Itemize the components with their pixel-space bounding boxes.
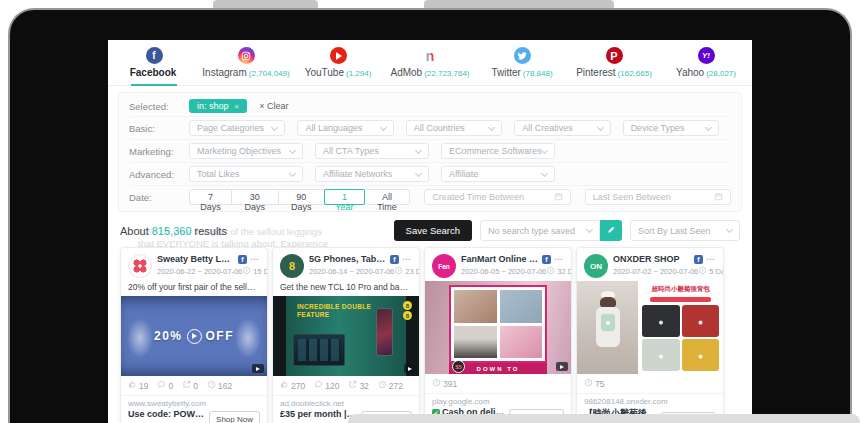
laptop-base [348, 414, 860, 423]
tab-yahoo[interactable]: Y! Yahoo(28,027) [660, 40, 752, 85]
date-range-90-days[interactable]: 90 Days [278, 189, 326, 205]
affiliate-select[interactable]: Affiliate [441, 166, 555, 182]
filter-row-basic: Basic: Page Categories All Languages All… [129, 117, 731, 140]
tab-count: (28,027) [706, 69, 736, 78]
brand-badge: 88 [403, 301, 412, 320]
countries-select[interactable]: All Countries [406, 120, 502, 136]
chevron-down-icon [380, 123, 387, 130]
facebook-icon: f [146, 47, 163, 64]
calendar-icon [554, 192, 563, 203]
ad-domain: play.google.com [425, 394, 571, 406]
video-corner-icon [556, 362, 568, 371]
date-range-1-year[interactable]: 1 Year [324, 189, 364, 205]
video-corner-icon [252, 364, 264, 373]
ecommerce-softwares-select[interactable]: ECommerce Softwares [441, 143, 555, 159]
basic-label: Basic: [129, 123, 189, 134]
page-name[interactable]: FanMart Online Shopping - F... [461, 254, 539, 264]
advanced-label: Advanced: [129, 169, 189, 180]
product-collage [642, 305, 719, 371]
tab-count: (22,723,764) [424, 69, 469, 78]
filter-row-selected: Selected: in: shop× × Clear [129, 96, 731, 117]
ad-creative[interactable]: 20%OFF [121, 296, 267, 376]
results-suffix: results [195, 225, 227, 237]
clock-icon [242, 266, 251, 277]
selected-filter-chip[interactable]: in: shop× [189, 99, 247, 113]
creative-title: 超時尚小雛菊後背包 [642, 285, 719, 294]
save-search-button[interactable]: Save Search [394, 220, 472, 241]
tv-graphic [293, 334, 345, 366]
device-types-select[interactable]: Device Types [623, 120, 719, 136]
cta-types-select[interactable]: All CTA Types [315, 143, 429, 159]
tab-count: (1,294) [346, 69, 371, 78]
saved-search-select[interactable]: No search type saved [480, 220, 600, 241]
page-name[interactable]: 5G Phones, Tablets & SIMs | ... [309, 254, 387, 264]
like-icon [128, 380, 137, 391]
tab-instagram[interactable]: Instagram(2,704,049) [200, 40, 292, 85]
ad-creative[interactable]: 超時尚小雛菊後背包 [577, 281, 723, 374]
page-name[interactable]: ONXDER SHOP [613, 254, 691, 264]
creatives-select[interactable]: All Creatives [514, 120, 610, 136]
close-icon[interactable]: × [235, 102, 240, 111]
video-corner-icon [404, 364, 416, 373]
twitter-icon [514, 47, 531, 64]
pencil-icon [606, 223, 616, 238]
more-icon[interactable]: ⋯ [250, 254, 260, 264]
yahoo-icon: Y! [698, 47, 715, 64]
chevron-down-icon [726, 226, 733, 233]
chip-label: in: shop [197, 101, 229, 111]
cta-button[interactable]: Shop Now [209, 411, 260, 423]
more-icon[interactable]: ⋯ [554, 254, 564, 264]
languages-select[interactable]: All Languages [297, 120, 393, 136]
card-header: Fan FanMart Online Shopping - F... f ⋯ 2… [425, 248, 571, 281]
stats-row: 75 [577, 374, 723, 394]
filter-row-marketing: Marketing: Marketing Objectives All CTA … [129, 140, 731, 163]
ad-creative[interactable]: DOWN TO $5 [425, 281, 571, 374]
calendar-icon [714, 192, 723, 203]
tab-facebook[interactable]: f Facebook [108, 40, 200, 85]
created-time-input[interactable]: Created Time Between [424, 189, 570, 205]
app-screen: f Facebook Instagram(2,704,049) YouTube(… [108, 40, 752, 423]
comment-icon [157, 380, 166, 391]
chevron-down-icon [586, 226, 593, 233]
clear-filters-button[interactable]: × Clear [259, 101, 288, 111]
date-range-7-days[interactable]: 7 Days [189, 189, 232, 205]
edit-saved-search-button[interactable] [600, 220, 622, 241]
tab-admob[interactable]: n AdMob(22,723,764) [384, 40, 476, 85]
product-panel: 超時尚小雛菊後背包 [638, 281, 723, 374]
tab-count: (162,665) [618, 69, 652, 78]
duration: 15 Days [253, 267, 268, 276]
chevron-down-icon [271, 123, 278, 130]
page-categories-select[interactable]: Page Categories [189, 120, 285, 136]
page-avatar [128, 254, 152, 278]
clock-icon [698, 266, 707, 277]
duration: 32 Days [557, 267, 572, 276]
tab-youtube[interactable]: YouTube(1,294) [292, 40, 384, 85]
date-range-all-time[interactable]: All Time [364, 189, 411, 205]
sort-select[interactable]: Sort By Last Seen [630, 220, 740, 241]
tab-pinterest[interactable]: P Pinterest(162,665) [568, 40, 660, 85]
date-range-30-days[interactable]: 30 Days [231, 189, 279, 205]
more-icon[interactable]: ⋯ [402, 254, 412, 264]
page-name[interactable]: Sweaty Betty London | Wom... [157, 254, 235, 264]
filter-row-date: Date: 7 Days 30 Days 90 Days 1 Year All … [129, 186, 731, 208]
duration: 23 Days [405, 267, 420, 276]
tab-label: Facebook [130, 67, 177, 78]
date-label: Date: [129, 192, 189, 203]
promo-banner [650, 297, 711, 302]
ad-creative[interactable]: INCREDIBLE DOUBLEFEATURE 88 [273, 296, 419, 376]
heat-clock-icon [584, 378, 593, 389]
affiliate-networks-select[interactable]: Affiliate Networks [315, 166, 429, 182]
ad-card: ON ONXDER SHOP f ⋯ 2020-07-02 ~ 2020-07-… [576, 247, 724, 423]
tab-label: Pinterest [576, 67, 615, 78]
page-avatar: 8 [280, 254, 304, 278]
more-icon[interactable]: ⋯ [706, 254, 716, 264]
ad-headline: £35 per month | £30 upfront | ... [280, 409, 357, 419]
last-seen-input[interactable]: Last Seen Between [585, 189, 731, 205]
tab-twitter[interactable]: Twitter(78,848) [476, 40, 568, 85]
card-header: Sweaty Betty London | Wom... f ⋯ 2020-06… [121, 248, 267, 281]
tab-label: Instagram [202, 67, 246, 78]
tab-label: YouTube [305, 67, 344, 78]
marketing-objectives-select[interactable]: Marketing Objectives [189, 143, 303, 159]
product-collage [449, 285, 547, 363]
total-likes-select[interactable]: Total Likes [189, 166, 303, 182]
